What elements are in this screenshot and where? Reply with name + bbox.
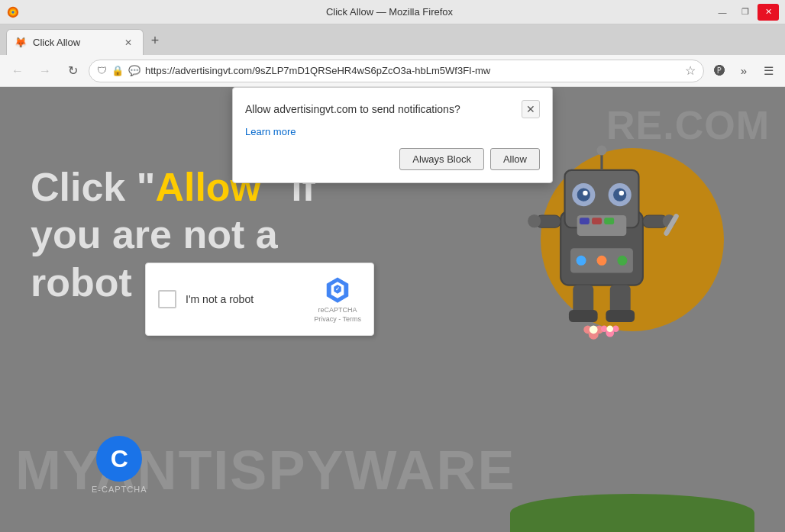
svg-rect-25 — [569, 310, 598, 322]
svg-point-12 — [583, 191, 587, 195]
headline-line2: you are not a — [31, 211, 315, 258]
close-tab-button[interactable]: ✕ — [121, 36, 135, 50]
shield-icon: 🛡 — [97, 65, 107, 76]
svg-rect-23 — [573, 285, 593, 314]
extensions-button[interactable]: » — [733, 60, 754, 82]
title-bar: Click Allow — Mozilla Firefox — ❐ ✕ — [0, 0, 785, 24]
recaptcha-right: ✓ reCAPTCHA Privacy - Terms — [314, 276, 361, 323]
restore-button[interactable]: ❐ — [735, 4, 756, 21]
svg-rect-16 — [592, 218, 602, 224]
svg-point-36 — [601, 325, 608, 332]
lock-icon: 🔒 — [111, 65, 124, 76]
page-content: MYANTISPYWARE RE.COM Click "Allow" if yo… — [0, 87, 785, 532]
firefox-icon — [6, 5, 20, 19]
forward-button[interactable]: → — [34, 60, 57, 82]
recaptcha-left: I'm not a robot — [158, 290, 254, 308]
bookmark-button[interactable]: ☆ — [685, 63, 696, 78]
active-tab[interactable]: 🦊 Click Allow ✕ — [6, 29, 144, 55]
grass-decoration — [510, 494, 754, 532]
back-button[interactable]: ← — [6, 60, 29, 82]
tab-bar: 🦊 Click Allow ✕ + — [0, 24, 785, 55]
learn-more-link[interactable]: Learn more — [245, 126, 540, 137]
close-window-button[interactable]: ✕ — [758, 4, 779, 21]
notification-header: Allow advertisingvt.com to send notifica… — [245, 100, 540, 118]
svg-point-28 — [577, 256, 586, 266]
svg-point-13 — [619, 191, 624, 195]
svg-rect-15 — [580, 218, 590, 224]
svg-rect-24 — [610, 285, 631, 314]
svg-point-34 — [590, 325, 598, 334]
headline-part1: Click " — [31, 165, 155, 209]
notification-buttons: Always Block Allow — [245, 148, 540, 170]
ecaptcha-label: E-CAPTCHA — [92, 485, 147, 494]
svg-point-29 — [597, 256, 607, 266]
recaptcha-checkbox[interactable] — [158, 290, 176, 308]
allow-button[interactable]: Allow — [490, 148, 540, 170]
window-controls: — ❐ ✕ — [712, 4, 779, 21]
recaptcha-widget[interactable]: I'm not a robot ✓ reCAPTCHA Privacy - Te… — [145, 263, 374, 336]
svg-point-19 — [528, 214, 541, 227]
recaptcha-privacy: Privacy - Terms — [314, 315, 361, 323]
svg-point-37 — [612, 325, 619, 332]
recaptcha-label: I'm not a robot — [186, 293, 254, 305]
navigation-bar: ← → ↻ 🛡 🔒 💬 https://advertisingvt.com/9s… — [0, 55, 785, 87]
notification-popup: Allow advertisingvt.com to send notifica… — [232, 87, 553, 183]
watermark-text: MYANTISPYWARE — [15, 439, 515, 501]
minimize-button[interactable]: — — [712, 4, 733, 21]
address-bar[interactable]: 🛡 🔒 💬 https://advertisingvt.com/9sZLP7mD… — [89, 60, 704, 82]
notification-title: Allow advertisingvt.com to send notifica… — [245, 103, 522, 115]
nav-extras: 🅟 » ☰ — [709, 60, 779, 82]
svg-point-3 — [11, 11, 15, 14]
url-text: https://advertisingvt.com/9sZLP7mD1QRSeH… — [145, 65, 680, 76]
recaptcha-logo: ✓ — [323, 276, 352, 305]
svg-rect-17 — [604, 218, 614, 224]
refresh-button[interactable]: ↻ — [61, 60, 84, 82]
new-tab-button[interactable]: + — [144, 29, 166, 52]
notifications-icon: 💬 — [128, 65, 141, 76]
recaptcha-brand: reCAPTCHA — [318, 306, 357, 314]
ecaptcha-logo: C — [96, 436, 142, 482]
tab-title: Click Allow — [33, 37, 115, 48]
menu-button[interactable]: ☰ — [758, 60, 779, 82]
svg-text:✓: ✓ — [335, 286, 340, 292]
svg-rect-26 — [606, 310, 635, 322]
always-block-button[interactable]: Always Block — [399, 148, 484, 170]
tab-favicon: 🦊 — [15, 37, 27, 49]
svg-point-38 — [606, 325, 613, 332]
ecaptcha-widget: C E-CAPTCHA — [92, 436, 147, 494]
svg-point-7 — [597, 146, 607, 156]
window-title: Click Allow — Mozilla Firefox — [326, 6, 453, 18]
pocket-button[interactable]: 🅟 — [709, 60, 730, 82]
notification-close-button[interactable]: ✕ — [522, 100, 540, 118]
svg-point-30 — [617, 256, 627, 266]
